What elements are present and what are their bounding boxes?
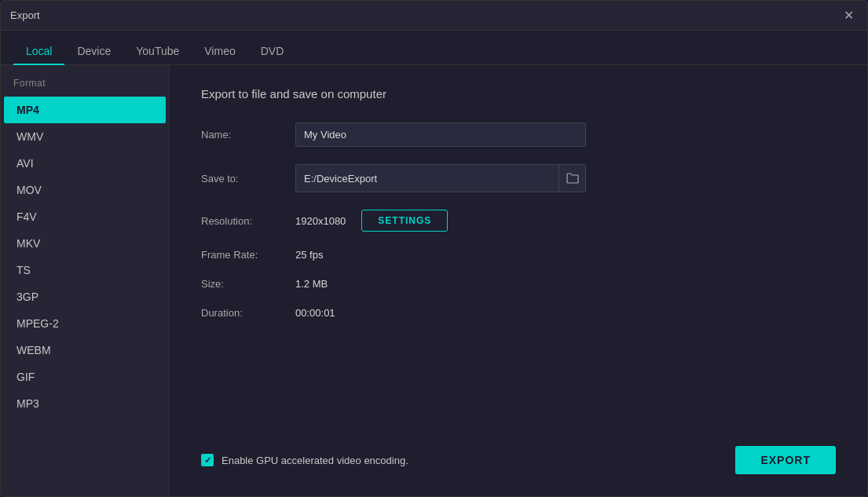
name-row: Name: xyxy=(201,122,836,147)
tab-youtube[interactable]: YouTube xyxy=(123,38,192,65)
tab-local[interactable]: Local xyxy=(13,38,64,65)
save-to-row: Save to: E:/DeviceExport xyxy=(201,164,836,192)
export-button[interactable]: EXPORT xyxy=(735,446,836,474)
sidebar-item-webm[interactable]: WEBM xyxy=(4,337,166,364)
resolution-wrapper: 1920x1080 SETTINGS xyxy=(295,210,448,232)
sidebar: Format MP4 WMV AVI MOV F4V MKV TS 3GP MP… xyxy=(1,65,170,496)
tab-vimeo[interactable]: Vimeo xyxy=(192,38,247,65)
sidebar-item-mpeg2[interactable]: MPEG-2 xyxy=(4,310,166,337)
sidebar-item-mov[interactable]: MOV xyxy=(4,177,166,203)
export-description: Export to file and save on computer xyxy=(201,87,836,100)
gpu-checkbox-wrapper[interactable]: Enable GPU accelerated video encoding. xyxy=(201,454,408,466)
sidebar-item-wmv[interactable]: WMV xyxy=(4,123,166,150)
save-to-wrapper: E:/DeviceExport xyxy=(295,164,586,192)
size-label: Size: xyxy=(201,278,295,290)
sidebar-item-mkv[interactable]: MKV xyxy=(4,230,166,257)
name-input[interactable] xyxy=(295,122,586,147)
gpu-label: Enable GPU accelerated video encoding. xyxy=(222,455,408,466)
resolution-row: Resolution: 1920x1080 SETTINGS xyxy=(201,210,836,232)
save-to-value: E:/DeviceExport xyxy=(296,167,559,190)
sidebar-item-3gp[interactable]: 3GP xyxy=(4,283,166,310)
format-label: Format xyxy=(1,78,169,97)
duration-label: Duration: xyxy=(201,307,295,319)
footer: Enable GPU accelerated video encoding. E… xyxy=(201,438,836,474)
sidebar-item-ts[interactable]: TS xyxy=(4,257,166,283)
browse-folder-button[interactable] xyxy=(559,165,585,192)
frame-rate-row: Frame Rate: 25 fps xyxy=(201,249,836,261)
size-row: Size: 1.2 MB xyxy=(201,278,836,290)
main-panel: Export to file and save on computer Name… xyxy=(170,65,867,496)
save-to-label: Save to: xyxy=(201,173,295,185)
size-value: 1.2 MB xyxy=(295,278,328,290)
sidebar-item-f4v[interactable]: F4V xyxy=(4,203,166,230)
resolution-label: Resolution: xyxy=(201,215,295,227)
name-label: Name: xyxy=(201,129,295,141)
sidebar-item-avi[interactable]: AVI xyxy=(4,150,166,177)
frame-rate-value: 25 fps xyxy=(295,249,323,261)
duration-value: 00:00:01 xyxy=(295,307,335,319)
sidebar-item-mp3[interactable]: MP3 xyxy=(4,390,166,417)
settings-button[interactable]: SETTINGS xyxy=(361,210,448,232)
frame-rate-label: Frame Rate: xyxy=(201,249,295,261)
resolution-value: 1920x1080 xyxy=(295,215,346,227)
sidebar-item-gif[interactable]: GIF xyxy=(4,364,166,390)
sidebar-item-mp4[interactable]: MP4 xyxy=(4,97,166,123)
tab-device[interactable]: Device xyxy=(64,38,123,65)
tab-dvd[interactable]: DVD xyxy=(248,38,297,65)
content-area: Format MP4 WMV AVI MOV F4V MKV TS 3GP MP… xyxy=(1,65,867,496)
tab-bar: Local Device YouTube Vimeo DVD xyxy=(1,31,867,65)
export-window: Export ✕ Local Device YouTube Vimeo DVD … xyxy=(0,0,868,497)
gpu-checkbox[interactable] xyxy=(201,454,214,466)
close-button[interactable]: ✕ xyxy=(839,6,858,25)
window-title: Export xyxy=(10,9,40,21)
title-bar: Export ✕ xyxy=(1,1,867,31)
duration-row: Duration: 00:00:01 xyxy=(201,307,836,319)
